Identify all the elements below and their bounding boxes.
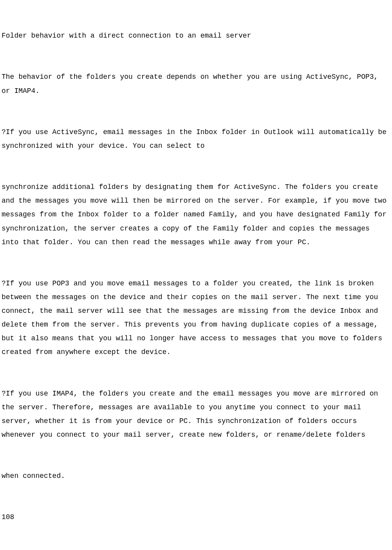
text-line: when connected.: [2, 469, 390, 483]
text-line: synchronize additional folders by design…: [2, 180, 390, 249]
text-line: ?If you use IMAP4, the folders you creat…: [2, 387, 390, 442]
text-line: Folder behavior with a direct connection…: [2, 29, 390, 43]
text-line: 108: [2, 510, 390, 524]
document-page: Folder behavior with a direct connection…: [0, 0, 392, 550]
text-line: ?If you use POP3 and you move email mess…: [2, 277, 390, 359]
text-line: The behavior of the folders you create d…: [2, 70, 390, 98]
text-line: ?If you use ActiveSync, email messages i…: [2, 125, 390, 153]
